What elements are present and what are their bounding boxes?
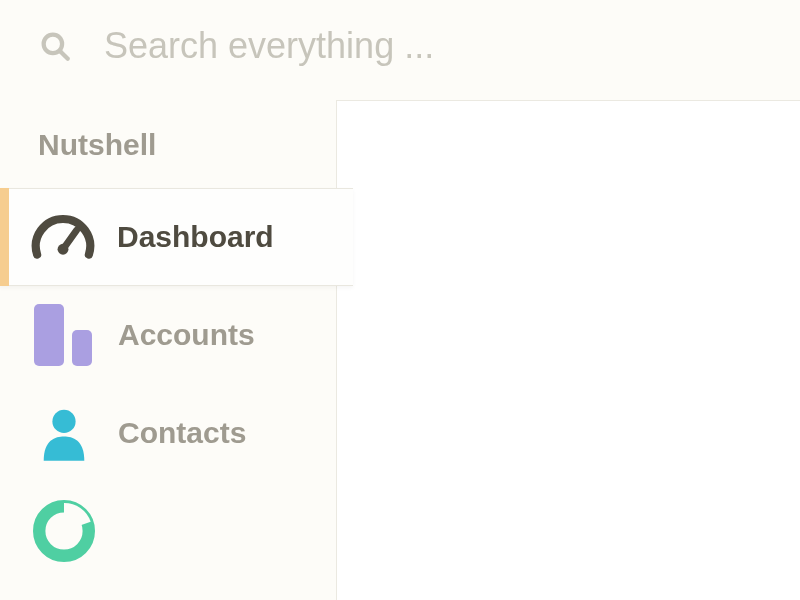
sidebar-item-dashboard[interactable]: Dashboard: [0, 188, 353, 286]
sidebar-item-pipeline[interactable]: [0, 482, 336, 580]
search-icon: [38, 29, 72, 63]
sidebar-item-label: Dashboard: [117, 220, 274, 254]
sidebar-item-label: Accounts: [118, 318, 255, 352]
person-icon: [24, 403, 104, 463]
search-input[interactable]: [104, 25, 778, 67]
sidebar: Nutshell Dashboard: [0, 100, 336, 600]
sidebar-item-contacts[interactable]: Contacts: [0, 384, 336, 482]
svg-point-4: [52, 410, 75, 433]
search-bar: [0, 0, 800, 82]
sidebar-item-accounts[interactable]: Accounts: [0, 286, 336, 384]
brand-title: Nutshell: [0, 100, 336, 188]
sidebar-nav: Dashboard Accounts: [0, 188, 336, 580]
gauge-icon: [23, 209, 103, 265]
svg-line-3: [63, 230, 77, 249]
sidebar-item-label: Contacts: [118, 416, 246, 450]
circle-progress-icon: [24, 500, 104, 562]
bars-icon: [24, 304, 104, 366]
svg-line-1: [61, 52, 68, 59]
main-content: [336, 100, 800, 600]
